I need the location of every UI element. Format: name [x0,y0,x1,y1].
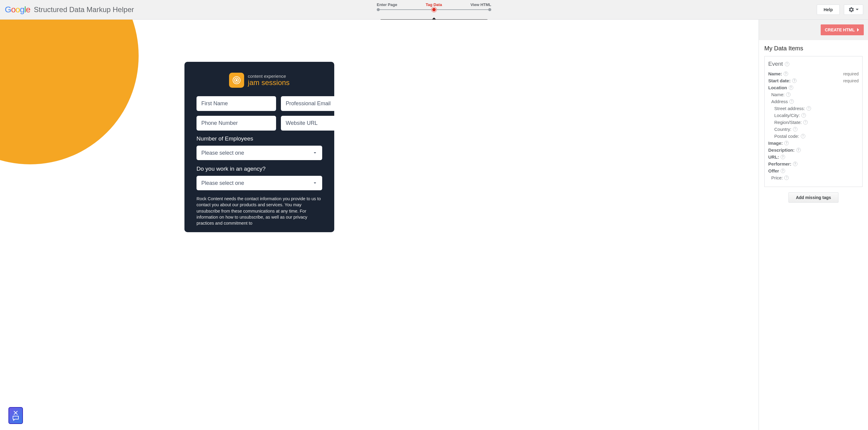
jam-sessions-logo: content experience jam sessions [196,73,322,88]
create-html-button[interactable]: CREATE HTML [821,24,864,35]
header-bar: G o o g l e Structured Data Markup Helpe… [0,0,868,20]
step-dot-2[interactable] [432,7,436,12]
logo-letter: o [11,5,16,15]
website-input[interactable] [281,116,361,131]
field-start-date[interactable]: Start date:?required [768,77,859,84]
help-icon[interactable]: ? [807,106,811,111]
field-address[interactable]: Address? [768,98,859,105]
email-input[interactable] [281,96,361,111]
help-icon[interactable]: ? [784,71,788,76]
logo-letter: g [20,5,24,15]
data-items-sidebar: CREATE HTML My Data Items Event? Name:?r… [758,20,868,430]
google-logo: G o o g l e [5,5,30,15]
step-tag-data[interactable]: Tag Data [426,2,442,7]
field-location[interactable]: Location? [768,84,859,91]
help-icon[interactable]: ? [781,155,785,159]
settings-button[interactable] [844,4,863,15]
sidebar-title: My Data Items [764,45,863,52]
schema-box: Event? Name:?required Start date:?requir… [764,56,863,187]
gear-icon [848,7,855,13]
main-area: content experience jam sessions Number o… [0,20,868,430]
help-icon[interactable]: ? [789,99,794,104]
create-html-label: CREATE HTML [825,27,855,32]
help-icon[interactable]: ? [785,62,789,66]
field-postal[interactable]: Postal code:? [768,133,859,140]
step-enter-page[interactable]: Enter Page [377,2,397,7]
help-icon[interactable]: ? [789,85,793,90]
jam-icon [229,73,244,88]
step-indicator: Enter Page Tag Data View HTML [377,2,491,12]
help-icon[interactable]: ? [796,148,801,152]
add-missing-tags-button[interactable]: Add missing tags [788,192,839,203]
agency-select[interactable]: Please select one [196,176,322,190]
logo-letter: e [26,5,30,15]
disclaimer-text: Rock Content needs the contact informati… [196,196,322,226]
phone-input[interactable] [196,116,276,131]
logo-letter: o [16,5,20,15]
brand-line1: content experience [248,74,290,79]
help-icon[interactable]: ? [792,78,797,83]
logo-area: G o o g l e Structured Data Markup Helpe… [5,5,134,15]
field-offer[interactable]: Offer? [768,167,859,174]
logo-letter: G [5,5,11,15]
field-performer[interactable]: Performer:? [768,161,859,167]
help-icon[interactable]: ? [803,120,808,124]
field-region[interactable]: Region/State:? [768,119,859,126]
step-dot-1[interactable] [377,8,380,11]
brand-line2: jam sessions [248,79,290,87]
field-name[interactable]: Name:?required [768,70,859,77]
field-location-name[interactable]: Name:? [768,91,859,98]
field-description[interactable]: Description:? [768,147,859,153]
schema-root: Event? [768,61,859,67]
help-icon[interactable]: ? [801,113,806,118]
field-price[interactable]: Price:? [768,174,859,181]
field-locality[interactable]: Locality/City:? [768,112,859,119]
help-button[interactable]: Help [817,4,840,15]
decorative-arc [0,20,138,164]
help-icon[interactable]: ? [784,175,789,180]
chevron-down-icon [856,8,859,11]
field-image[interactable]: Image:? [768,140,859,147]
close-icon [13,410,19,415]
step-view-html[interactable]: View HTML [470,2,491,7]
field-country[interactable]: Country:? [768,126,859,133]
help-icon[interactable]: ? [793,127,798,132]
help-icon[interactable]: ? [781,169,785,173]
field-url[interactable]: URL:? [768,153,859,161]
chevron-right-icon [857,28,860,32]
employees-select[interactable]: Please select one [196,146,322,160]
help-icon[interactable]: ? [784,141,789,145]
agency-label: Do you work in an agency? [196,166,322,172]
first-name-input[interactable] [196,96,276,111]
app-title: Structured Data Markup Helper [34,5,134,14]
svg-rect-2 [236,79,238,81]
signup-form-card: content experience jam sessions Number o… [184,62,334,232]
page-preview[interactable]: content experience jam sessions Number o… [0,20,758,430]
help-icon[interactable]: ? [801,134,805,138]
help-icon[interactable]: ? [793,162,798,166]
help-icon[interactable]: ? [786,92,790,97]
chat-widget[interactable] [8,407,23,424]
employees-label: Number of Employees [196,135,322,142]
field-street[interactable]: Street address:? [768,105,859,112]
step-dot-3[interactable] [488,8,491,11]
chat-icon [12,415,19,421]
